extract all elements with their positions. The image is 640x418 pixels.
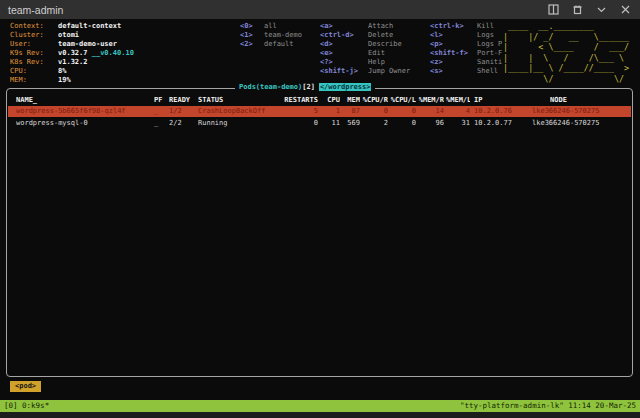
table-cell: 569	[342, 119, 360, 128]
column-header[interactable]: %MEM/R	[418, 96, 444, 105]
table-cell: 31	[446, 119, 470, 128]
hotkey-item[interactable]: <?>Help	[320, 58, 410, 67]
filter-badge: </wordpress>	[319, 83, 372, 91]
hotkey-key: <p>	[430, 40, 477, 49]
table-cell: lke366246-570275	[532, 107, 632, 116]
table-cell: 5	[248, 107, 318, 116]
table-cell: 2	[362, 119, 388, 128]
hotkey-item[interactable]: <e>Edit	[320, 49, 410, 58]
hotkey-key: <1>	[240, 31, 264, 40]
hotkey-item[interactable]: <ctrl-d>Delete	[320, 31, 410, 40]
upgrade-version: __v0.40.10	[88, 49, 134, 57]
trash-icon[interactable]	[570, 3, 584, 17]
action-hotkeys-2: <ctrl-k>Kill<l>Logs<p>Logs P<shift-f>Por…	[430, 22, 502, 76]
info-label: K9s Rev:	[10, 49, 58, 58]
table-cell: 2/2	[169, 119, 197, 128]
hotkey-key: <shift-f>	[430, 49, 477, 58]
table-row[interactable]: wordpress-5b665f6f98-qzl4f_1/2CrashLoopB…	[8, 106, 631, 117]
info-value: v1.32.2	[58, 58, 88, 66]
resource-name: Pods	[239, 83, 256, 91]
hotkey-item[interactable]: <z>Saniti	[430, 58, 502, 67]
info-value: v0.32.7	[58, 49, 88, 57]
hotkey-item[interactable]: <shift-f>Port-F	[430, 49, 502, 58]
hotkey-label: Shell	[477, 67, 498, 75]
hotkey-item[interactable]: <ctrl-k>Kill	[430, 22, 502, 31]
column-header[interactable]: IP	[474, 96, 530, 105]
hotkey-key: <2>	[240, 40, 264, 49]
hotkey-label: Kill	[477, 22, 494, 30]
table-cell: lke366246-570275	[532, 119, 632, 128]
column-header[interactable]: MEM	[342, 96, 360, 105]
table-cell: 10.2.0.77	[474, 119, 530, 128]
info-label: CPU:	[10, 67, 58, 76]
info-label: User:	[10, 40, 58, 49]
hotkey-item[interactable]: <d>Describe	[320, 40, 410, 49]
hotkey-key: <ctrl-d>	[320, 31, 368, 40]
info-value: default-context	[58, 22, 121, 30]
hotkey-item[interactable]: <2>default	[240, 40, 302, 49]
header-info-line: Cluster:otomi	[10, 31, 134, 40]
hotkey-item[interactable]: <a>Attach	[320, 22, 410, 31]
hotkey-key: <s>	[430, 67, 477, 76]
column-header[interactable]: %MEM/L	[446, 96, 470, 105]
hotkey-label: default	[264, 40, 294, 48]
table-cell: wordpress-mysql-0	[16, 119, 146, 128]
column-header[interactable]: NODE	[550, 96, 640, 105]
column-header[interactable]: CPU	[320, 96, 340, 105]
hotkey-label: Describe	[368, 40, 402, 48]
k9s-terminal: Context:default-contextCluster:otomiUser…	[0, 19, 640, 400]
column-header[interactable]: %CPU/R	[362, 96, 388, 105]
table-header-row: NAME_PFREADYSTATUSRESTARTSCPUMEM%CPU/R%C…	[8, 95, 631, 106]
hotkey-key: <a>	[320, 22, 368, 31]
hotkey-label: Delete	[368, 31, 393, 39]
action-hotkeys-1: <a>Attach<ctrl-d>Delete<d>Describe<e>Edi…	[320, 22, 410, 76]
header-info-line: K9s Rev:v0.32.7 __v0.40.10	[10, 49, 134, 58]
table-cell: wordpress-5b665f6f98-qzl4f	[16, 107, 146, 116]
column-header[interactable]: READY	[169, 96, 197, 105]
window-titlebar: team-admin	[0, 0, 640, 19]
table-cell: 87	[342, 107, 360, 116]
info-value: otomi	[58, 31, 79, 39]
hotkey-label: Jump Owner	[368, 67, 410, 75]
hotkey-key: <0>	[240, 22, 264, 31]
k9s-logo: ____ __.________ | |/ _/ __ \______ | < …	[503, 21, 629, 84]
info-label: MEM:	[10, 76, 58, 85]
resource-scope: (team-demo)	[256, 83, 302, 91]
close-icon[interactable]	[618, 3, 632, 17]
hotkey-key: <shift-j>	[320, 67, 368, 76]
info-label: K8s Rev:	[10, 58, 58, 67]
hotkey-item[interactable]: <l>Logs	[430, 31, 502, 40]
info-label: Context:	[10, 22, 58, 31]
chevron-down-icon[interactable]	[594, 3, 608, 17]
table-cell: _	[154, 119, 167, 128]
hotkey-item[interactable]: <s>Shell	[430, 67, 502, 76]
table-cell: 1/2	[169, 107, 197, 116]
resource-count: [2]	[302, 83, 315, 91]
hotkey-item[interactable]: <p>Logs P	[430, 40, 502, 49]
tmux-session-label: [0] 0:k9s*	[4, 400, 49, 412]
column-header[interactable]: PF	[154, 96, 167, 105]
hotkey-key: <d>	[320, 40, 368, 49]
column-header[interactable]: %CPU/L	[390, 96, 416, 105]
titlebar-actions	[546, 3, 632, 17]
bottom-strip	[0, 412, 640, 418]
info-value: 8%	[58, 67, 66, 75]
table-row[interactable]: wordpress-mysql-0_2/2Running011569209631…	[8, 118, 631, 129]
hotkey-item[interactable]: <1>team-demo	[240, 31, 302, 40]
hotkey-item[interactable]: <0>all	[240, 22, 302, 31]
column-header[interactable]: RESTARTS	[248, 96, 318, 105]
header-info-line: Context:default-context	[10, 22, 134, 31]
split-terminal-icon[interactable]	[546, 3, 560, 17]
table-cell: 0	[248, 119, 318, 128]
hotkey-key: <l>	[430, 31, 477, 40]
hotkey-label: Edit	[368, 49, 385, 57]
hotkey-label: Port-F	[477, 49, 502, 57]
column-header[interactable]: NAME_	[16, 96, 146, 105]
table-cell: 11	[320, 119, 340, 128]
table-cell: _	[154, 107, 167, 116]
hotkey-item[interactable]: <shift-j>Jump Owner	[320, 67, 410, 76]
breadcrumb-pod[interactable]: <pod>	[10, 381, 41, 392]
namespace-hotkeys: <0>all<1>team-demo<2>default	[240, 22, 302, 49]
table-cell: 4	[446, 107, 470, 116]
table-cell: 96	[418, 119, 444, 128]
